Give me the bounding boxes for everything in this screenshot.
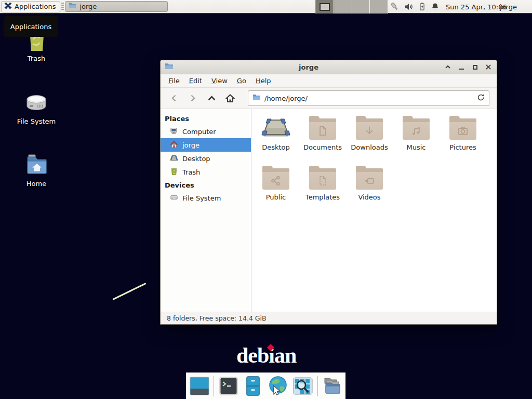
dock-separator [214, 376, 214, 396]
applications-tooltip: Applications [4, 16, 58, 37]
desktop-icon-home[interactable]: Home [10, 151, 62, 188]
sidebar-item-label: File System [182, 194, 221, 202]
directory-menu-button[interactable] [322, 375, 342, 397]
reload-icon[interactable] [477, 94, 485, 103]
window-menubar: File Edit View Go Help [161, 74, 497, 88]
stylus-input-icon[interactable] [390, 2, 400, 12]
workspace-switcher[interactable] [315, 0, 388, 14]
file-cabinet-icon [243, 376, 263, 396]
folder-documents-icon [309, 118, 336, 140]
show-desktop-button[interactable] [189, 375, 210, 397]
places-sidebar: Places Computer jorge Desktop [161, 109, 251, 312]
hard-drive-icon [10, 88, 62, 115]
file-item-music[interactable]: Music [393, 115, 440, 165]
minimize-button[interactable] [457, 63, 466, 71]
terminal-icon [218, 376, 239, 396]
folder-downloads-icon [356, 118, 383, 140]
sidebar-header-places: Places [161, 112, 251, 125]
sidebar-item-computer[interactable]: Computer [161, 125, 251, 138]
file-item-videos[interactable]: Videos [346, 165, 393, 215]
volume-icon[interactable] [404, 2, 414, 11]
file-item-pictures[interactable]: Pictures [440, 115, 486, 165]
menu-file[interactable]: File [164, 75, 184, 86]
window-titlebar[interactable]: jorge × [161, 60, 497, 74]
file-item-label: Templates [299, 193, 346, 201]
path-folder-icon [252, 93, 261, 103]
dock-separator [317, 376, 318, 396]
sidebar-item-file-system[interactable]: File System [161, 191, 251, 205]
debian-wallpaper-logo: debian [236, 343, 296, 368]
file-item-label: Pictures [440, 143, 486, 151]
sidebar-item-label: jorge [182, 141, 200, 149]
desktop-artifact-line [112, 283, 146, 300]
panel-user-menu[interactable]: jorge [500, 0, 517, 14]
workspace-2[interactable] [334, 0, 352, 14]
file-item-templates[interactable]: Templates [299, 165, 346, 215]
forward-button[interactable] [183, 90, 202, 106]
location-bar[interactable]: /home/jorge/ [248, 90, 489, 106]
terminal-launcher[interactable] [218, 375, 238, 397]
menu-go[interactable]: Go [232, 75, 251, 86]
desktop-icon-file-system[interactable]: File System [10, 88, 62, 125]
desktop-icon-label: Home [10, 180, 62, 188]
battery-charging-icon[interactable] [418, 2, 427, 11]
location-path-text[interactable]: /home/jorge/ [264, 95, 473, 102]
sidebar-item-label: Computer [182, 128, 216, 136]
sidebar-item-jorge[interactable]: jorge [161, 138, 251, 152]
file-list-view[interactable]: Desktop Documents Downloads Music [251, 109, 497, 312]
desktop-icon-label: Trash [10, 55, 62, 62]
workspace-3[interactable] [352, 0, 370, 14]
folder-icon [69, 2, 76, 11]
workspace-1[interactable] [316, 0, 334, 14]
file-manager-launcher[interactable] [243, 375, 263, 397]
sidebar-item-label: Trash [182, 168, 200, 176]
menu-help[interactable]: Help [251, 75, 276, 86]
window-statusbar: 8 folders, Free space: 14.4 GiB [161, 312, 497, 324]
panel-clock[interactable]: Sun 25 Apr, 10:06 [446, 0, 507, 14]
application-finder-launcher[interactable] [292, 375, 313, 397]
folder-templates-icon [309, 168, 336, 190]
window-toolbar: /home/jorge/ [161, 88, 497, 109]
applications-menu-label: Applications [15, 3, 56, 10]
system-tray [390, 0, 440, 14]
back-button[interactable] [165, 90, 183, 106]
menu-view[interactable]: View [207, 75, 232, 86]
maximize-button[interactable] [471, 63, 479, 71]
file-item-label: Downloads [346, 143, 393, 151]
folder-pictures-icon [449, 118, 476, 140]
application-finder-icon [292, 376, 313, 396]
notifications-bell-icon[interactable] [431, 2, 440, 11]
shade-button[interactable] [444, 63, 452, 71]
taskbar-window-button[interactable]: jorge [65, 1, 168, 12]
folder-public-icon [262, 168, 289, 190]
sidebar-item-desktop[interactable]: Desktop [161, 152, 251, 165]
home-button[interactable] [221, 90, 240, 106]
sidebar-header-devices: Devices [161, 179, 251, 191]
file-item-label: Desktop [252, 143, 299, 151]
xfce-x-icon [4, 3, 12, 10]
trash-icon [170, 167, 178, 177]
up-button[interactable] [202, 90, 221, 106]
sidebar-item-label: Desktop [182, 155, 210, 163]
home-folder-icon [10, 151, 62, 178]
workspace-4[interactable] [370, 0, 388, 14]
desktop-icon-label: File System [10, 117, 62, 125]
menu-edit[interactable]: Edit [184, 75, 207, 86]
sidebar-item-trash[interactable]: Trash [161, 165, 251, 179]
folder-videos-icon [356, 168, 383, 190]
panel-handle [61, 3, 64, 11]
close-button[interactable]: × [484, 63, 493, 71]
file-item-documents[interactable]: Documents [299, 115, 346, 165]
file-item-downloads[interactable]: Downloads [346, 115, 393, 165]
show-desktop-icon [189, 376, 210, 396]
web-browser-launcher[interactable] [267, 375, 289, 397]
file-item-desktop[interactable]: Desktop [252, 115, 299, 165]
home-icon [170, 140, 178, 150]
top-panel: Applications jorge Sun 25 Apr, 10:06 jor… [0, 0, 532, 14]
applications-menu-button[interactable]: Applications [1, 1, 60, 12]
drive-icon [170, 193, 178, 203]
web-browser-globe-icon [267, 375, 289, 397]
folder-music-icon [403, 118, 430, 140]
computer-icon [170, 127, 178, 137]
file-item-public[interactable]: Public [252, 165, 299, 215]
